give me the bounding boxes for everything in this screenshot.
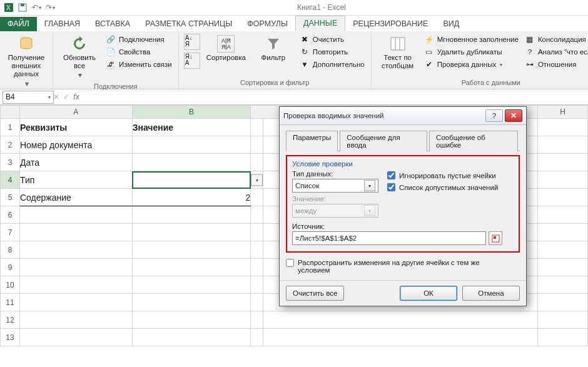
- tab-error-alert[interactable]: Сообщение об ошибке: [429, 131, 518, 151]
- ribbon-tabs: ФАЙЛ ГЛАВНАЯ ВСТАВКА РАЗМЕТКА СТРАНИЦЫ Ф…: [0, 16, 588, 31]
- ignore-blank-checkbox[interactable]: Игнорировать пустые ячейки: [387, 171, 498, 179]
- row-header[interactable]: 5: [1, 189, 20, 206]
- sort-button[interactable]: A|ЯЯ|A Сортировка: [204, 34, 248, 63]
- cancel-formula-icon: ✕: [53, 93, 59, 101]
- connections-button[interactable]: 🔗Подключения: [104, 34, 173, 45]
- data-validation-dialog: Проверка вводимых значений ? ✕ Параметры…: [279, 106, 527, 306]
- col-header-a[interactable]: A: [19, 106, 132, 119]
- tab-page-layout[interactable]: РАЗМЕТКА СТРАНИЦЫ: [138, 17, 240, 31]
- flash-fill-button[interactable]: ⚡Мгновенное заполнение: [423, 34, 520, 45]
- relationships-icon: ⊶: [525, 59, 535, 69]
- get-external-data-button[interactable]: Получение внешних данных▾: [5, 34, 48, 89]
- svg-text:X: X: [6, 4, 11, 11]
- reapply-icon: ↻: [300, 47, 310, 57]
- active-cell[interactable]: ▾: [132, 171, 251, 189]
- row-header[interactable]: 3: [1, 154, 20, 171]
- group-sort-label: Сортировка и фильтр: [184, 78, 366, 88]
- allow-type-dropdown[interactable]: Список▾: [292, 179, 378, 193]
- what-if-button[interactable]: ?Анализ "что если"▾: [524, 46, 588, 58]
- redo-icon[interactable]: ↷▾: [45, 3, 55, 13]
- properties-icon: 📄: [106, 47, 116, 57]
- formula-bar-row: B4▾ ✕ ✓ fx: [0, 89, 588, 105]
- quick-access-toolbar: X ↶▾ ↷▾: [0, 3, 55, 13]
- cell[interactable]: Дата: [19, 154, 132, 171]
- validation-criteria-fieldset: Условие проверки Тип данных: Список▾ Игн…: [286, 155, 520, 253]
- svg-rect-9: [494, 236, 496, 239]
- cell[interactable]: Номер документа: [19, 136, 132, 154]
- cell[interactable]: Тип: [19, 171, 132, 189]
- clear-filter-button[interactable]: ✖Очистить: [298, 34, 366, 45]
- refresh-all-button[interactable]: Обновить все▾: [58, 34, 101, 81]
- tab-parameters[interactable]: Параметры: [286, 131, 338, 151]
- tab-data[interactable]: ДАННЫЕ: [295, 16, 345, 31]
- tab-home[interactable]: ГЛАВНАЯ: [37, 17, 88, 31]
- chevron-down-icon: ▾: [364, 180, 375, 191]
- undo-icon[interactable]: ↶▾: [31, 3, 41, 13]
- enter-formula-icon: ✓: [63, 93, 69, 101]
- properties-button[interactable]: 📄Свойства: [104, 46, 173, 58]
- col-header-h[interactable]: H: [538, 106, 588, 119]
- row-header[interactable]: 4: [1, 171, 20, 189]
- tab-file[interactable]: ФАЙЛ: [0, 17, 37, 31]
- data-label: Значение:: [292, 195, 514, 203]
- edit-links-icon: 🖇: [106, 59, 116, 69]
- type-label: Тип данных:: [292, 170, 378, 178]
- ok-button[interactable]: ОК: [400, 286, 457, 301]
- cell[interactable]: Значение: [132, 119, 251, 136]
- group-data-tools-label: Работа с данными: [377, 78, 588, 88]
- data-condition-dropdown: между▾: [292, 204, 378, 218]
- dropdown-handle-icon[interactable]: ▾: [251, 174, 263, 186]
- close-button[interactable]: ✕: [505, 109, 522, 122]
- help-button[interactable]: ?: [485, 109, 503, 122]
- consolidate-button[interactable]: ▦Консолидация: [524, 34, 588, 45]
- cancel-button[interactable]: Отмена: [462, 286, 520, 301]
- tab-formulas[interactable]: ФОРМУЛЫ: [240, 17, 295, 31]
- reapply-button[interactable]: ↻Повторить: [298, 46, 366, 58]
- svg-rect-5: [391, 38, 405, 50]
- source-input[interactable]: =Лист5!$A$1:$A$2: [292, 231, 486, 245]
- remove-duplicates-button[interactable]: ▭Удалить дубликаты: [423, 46, 520, 58]
- name-box[interactable]: B4▾: [3, 91, 54, 104]
- sort-asc-icon[interactable]: A↓Я: [184, 34, 200, 50]
- filter-icon: [265, 35, 282, 53]
- select-all-corner[interactable]: [1, 106, 20, 119]
- cell[interactable]: 2: [132, 189, 251, 206]
- advanced-filter-button[interactable]: ▼Дополнительно: [298, 59, 366, 70]
- svg-rect-3: [21, 4, 24, 6]
- edit-links-button[interactable]: 🖇Изменить связи: [104, 59, 173, 70]
- worksheet-grid[interactable]: A B H 1РеквизитыЗначение 2Номер документ…: [0, 105, 588, 349]
- clear-all-button[interactable]: Очистить все: [286, 286, 344, 301]
- apply-changes-checkbox[interactable]: Распространить изменения на другие ячейк…: [286, 259, 520, 274]
- connections-icon: 🔗: [106, 34, 116, 44]
- row-header[interactable]: 1: [1, 119, 20, 136]
- tab-insert[interactable]: ВСТАВКА: [88, 17, 138, 31]
- database-icon: [18, 35, 35, 53]
- whatif-icon: ?: [525, 47, 535, 57]
- cell[interactable]: Содержание: [19, 189, 132, 206]
- text-columns-icon: [389, 35, 407, 53]
- clear-icon: ✖: [300, 34, 310, 44]
- text-to-columns-button[interactable]: Текст по столбцам: [377, 34, 419, 71]
- formula-bar[interactable]: [79, 91, 588, 103]
- sort-icon: A|ЯЯ|A: [217, 35, 235, 53]
- refresh-icon: [71, 35, 88, 53]
- excel-icon: X: [4, 3, 14, 13]
- sort-desc-icon[interactable]: Я↓A: [184, 53, 200, 69]
- filter-button[interactable]: Фильтр: [252, 34, 295, 63]
- in-cell-dropdown-checkbox[interactable]: Список допустимых значений: [387, 183, 498, 191]
- dialog-titlebar[interactable]: Проверка вводимых значений ? ✕: [280, 107, 526, 125]
- relationships-button[interactable]: ⊶Отношения: [524, 59, 588, 70]
- tab-view[interactable]: ВИД: [435, 17, 467, 31]
- row-header[interactable]: 2: [1, 136, 20, 154]
- fieldset-title: Условие проверки: [292, 160, 514, 168]
- tab-input-message[interactable]: Сообщение для ввода: [340, 131, 427, 151]
- data-validation-button[interactable]: ✔Проверка данных▾: [423, 59, 520, 70]
- range-picker-button[interactable]: [489, 231, 502, 245]
- title-bar: X ↶▾ ↷▾ Книга1 - Excel: [0, 0, 588, 16]
- save-icon[interactable]: [18, 3, 28, 13]
- tab-review[interactable]: РЕЦЕНЗИРОВАНИЕ: [345, 17, 435, 31]
- chevron-down-icon[interactable]: ▾: [48, 94, 51, 100]
- col-header-b[interactable]: B: [132, 106, 251, 119]
- cell[interactable]: Реквизиты: [19, 119, 132, 136]
- validation-icon: ✔: [424, 59, 434, 69]
